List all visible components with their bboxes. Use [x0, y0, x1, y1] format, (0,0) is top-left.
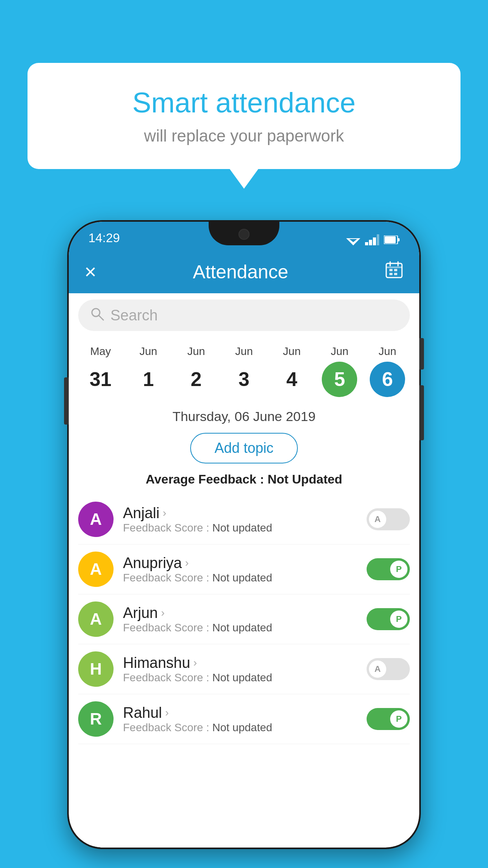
toggle-knob: P: [390, 561, 407, 578]
speech-bubble: Smart attendance will replace your paper…: [28, 63, 460, 169]
avg-feedback: Average Feedback : Not Updated: [69, 468, 419, 495]
day-month-label: Jun: [235, 345, 253, 358]
day-month-label: Jun: [378, 345, 396, 358]
day-number-label: 3: [226, 362, 262, 397]
svg-rect-3: [365, 242, 368, 245]
day-number-label: 31: [83, 362, 118, 397]
svg-rect-5: [373, 237, 376, 245]
day-month-label: Jun: [283, 345, 301, 358]
signal-icon: [365, 234, 379, 245]
wifi-icon: [346, 234, 360, 245]
calendar-day-0[interactable]: May31: [79, 345, 122, 397]
svg-line-19: [99, 315, 103, 320]
calendar-icon[interactable]: [385, 260, 404, 283]
avg-feedback-value: Not Updated: [268, 472, 342, 486]
attendance-toggle[interactable]: P: [367, 708, 410, 730]
phone-wrapper: 14:29: [67, 220, 421, 849]
chevron-icon: ›: [161, 607, 165, 619]
student-name: Rahul›: [123, 704, 357, 721]
student-avatar: A: [78, 502, 114, 537]
toggle-knob: A: [369, 660, 386, 678]
speech-bubble-subtitle: will replace your paperwork: [59, 127, 429, 145]
svg-rect-11: [386, 267, 402, 268]
phone-screen: 14:29: [69, 222, 419, 848]
attendance-toggle[interactable]: A: [367, 658, 410, 680]
student-list: AAnjali›Feedback Score : Not updatedAAAn…: [69, 495, 419, 744]
student-row[interactable]: HHimanshu›Feedback Score : Not updatedA: [78, 644, 410, 694]
search-icon: [90, 307, 104, 324]
attendance-toggle[interactable]: P: [367, 608, 410, 630]
day-number-label: 6: [370, 362, 405, 397]
battery-icon: [384, 235, 400, 244]
day-month-label: Jun: [331, 345, 349, 358]
toggle-knob: A: [369, 511, 386, 528]
selected-date-label: Thursday, 06 June 2019: [69, 401, 419, 428]
calendar-strip: May31Jun1Jun2Jun3Jun4Jun5Jun6: [69, 337, 419, 401]
feedback-score: Feedback Score : Not updated: [123, 671, 357, 684]
calendar-day-2[interactable]: Jun2: [174, 345, 218, 397]
student-info: Anjali›Feedback Score : Not updated: [123, 505, 357, 534]
chevron-icon: ›: [163, 507, 166, 519]
calendar-day-6[interactable]: Jun6: [366, 345, 409, 397]
svg-rect-9: [385, 236, 396, 243]
day-month-label: Jun: [139, 345, 157, 358]
avg-feedback-label: Average Feedback :: [146, 472, 264, 486]
app-bar: × Attendance: [69, 250, 419, 293]
status-icons: [346, 234, 400, 245]
svg-rect-16: [389, 273, 393, 275]
svg-rect-6: [377, 234, 379, 245]
phone-inner: 14:29: [69, 222, 419, 848]
student-info: Anupriya›Feedback Score : Not updated: [123, 555, 357, 584]
day-number-label: 2: [178, 362, 214, 397]
svg-rect-4: [369, 240, 372, 245]
add-topic-button[interactable]: Add topic: [190, 433, 298, 463]
svg-rect-15: [394, 269, 397, 271]
student-name: Arjun›: [123, 605, 357, 622]
student-name: Himanshu›: [123, 655, 357, 671]
calendar-day-3[interactable]: Jun3: [222, 345, 266, 397]
calendar-day-1[interactable]: Jun1: [127, 345, 170, 397]
chevron-icon: ›: [165, 706, 169, 719]
student-row[interactable]: AAnupriya›Feedback Score : Not updatedP: [78, 544, 410, 594]
calendar-day-5[interactable]: Jun5: [318, 345, 361, 397]
status-time: 14:29: [88, 231, 120, 245]
toggle-knob: P: [390, 710, 407, 728]
toggle-knob: P: [390, 611, 407, 628]
student-avatar: A: [78, 552, 114, 587]
power-button-bottom: [419, 385, 424, 440]
svg-rect-17: [394, 273, 397, 275]
student-info: Himanshu›Feedback Score : Not updated: [123, 655, 357, 684]
feedback-score: Feedback Score : Not updated: [123, 572, 357, 584]
power-button-top: [419, 338, 424, 370]
student-avatar: H: [78, 651, 114, 687]
svg-rect-8: [398, 238, 400, 241]
feedback-score: Feedback Score : Not updated: [123, 721, 357, 734]
svg-marker-2: [350, 242, 356, 245]
student-avatar: R: [78, 701, 114, 737]
phone-body: 14:29: [67, 220, 421, 849]
student-name: Anjali›: [123, 505, 357, 522]
day-month-label: Jun: [187, 345, 205, 358]
attendance-toggle[interactable]: A: [367, 508, 410, 530]
student-name: Anupriya›: [123, 555, 357, 572]
student-info: Arjun›Feedback Score : Not updated: [123, 605, 357, 634]
attendance-toggle[interactable]: P: [367, 558, 410, 580]
close-button[interactable]: ×: [84, 260, 96, 283]
phone-notch: [209, 222, 279, 245]
speech-bubble-title: Smart attendance: [59, 86, 429, 119]
volume-button: [64, 377, 69, 425]
day-number-label: 4: [274, 362, 310, 397]
day-number-label: 5: [322, 362, 357, 397]
search-bar[interactable]: Search: [78, 300, 410, 331]
chevron-icon: ›: [185, 557, 189, 569]
student-row[interactable]: AArjun›Feedback Score : Not updatedP: [78, 594, 410, 644]
front-camera: [238, 229, 250, 240]
app-bar-title: Attendance: [108, 261, 373, 283]
day-number-label: 1: [131, 362, 166, 397]
svg-rect-14: [389, 269, 393, 271]
feedback-score: Feedback Score : Not updated: [123, 622, 357, 634]
calendar-day-4[interactable]: Jun4: [270, 345, 314, 397]
student-info: Rahul›Feedback Score : Not updated: [123, 704, 357, 734]
student-row[interactable]: AAnjali›Feedback Score : Not updatedA: [78, 495, 410, 544]
student-row[interactable]: RRahul›Feedback Score : Not updatedP: [78, 694, 410, 744]
